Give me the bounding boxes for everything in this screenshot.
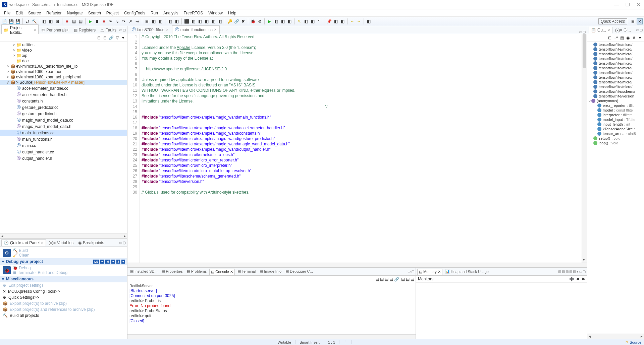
menu-source[interactable]: Source	[25, 10, 44, 16]
tree-item[interactable]: ⓒmain_functions.cc	[0, 130, 127, 136]
build-icon[interactable]: 🔨	[31, 18, 37, 24]
tool-icon[interactable]: ▤	[566, 270, 569, 273]
outline-include[interactable]: tensorflow/lite/micro/	[587, 75, 644, 80]
bottom-tab[interactable]: ▤ Properties	[160, 269, 184, 274]
editor-h-scrollbar[interactable]	[127, 263, 587, 267]
tool-icon[interactable]: ✖	[240, 18, 246, 24]
qs-config-tools[interactable]: ✕ MCUXpresso Config Tools>>	[0, 288, 127, 294]
outline-method[interactable]: loop() : void	[587, 141, 644, 145]
sort-icon[interactable]: ↓ᴬ	[613, 35, 619, 41]
vertical-scrollbar[interactable]	[582, 34, 587, 263]
minimize-view-icon[interactable]: ▭	[119, 28, 122, 32]
outline-h-scrollbar[interactable]	[587, 334, 644, 339]
close-icon[interactable]: ✕	[607, 28, 610, 32]
step-out-icon[interactable]: ↗	[127, 18, 133, 24]
outline-include[interactable]: tensorflow/lite/micro/	[587, 47, 644, 52]
tool-icon[interactable]: ▤	[71, 18, 77, 24]
tab-peripherals[interactable]: ⚙ Peripherals+	[39, 27, 71, 33]
gear-icon[interactable]: ⚙	[257, 18, 263, 24]
tool-icon[interactable]: ◧	[174, 18, 180, 24]
menu-search[interactable]: Search	[86, 10, 104, 16]
tree-item[interactable]: ⓗgesture_predictor.h	[0, 111, 127, 117]
minimize-view-icon[interactable]: ▭	[579, 270, 582, 273]
tree-item[interactable]: ⓗoutput_handler.h	[0, 155, 127, 161]
tool-icon[interactable]: ▤	[573, 270, 576, 273]
minimize-view-icon[interactable]: ▭	[636, 28, 639, 32]
stop-icon[interactable]: ■	[64, 18, 70, 24]
tool-icon[interactable]: ▤	[558, 270, 561, 273]
resume-icon[interactable]: ▶	[87, 18, 93, 24]
bottom-tab[interactable]: ▤ Console ✕	[209, 269, 234, 275]
menu-edit[interactable]: Edit	[13, 10, 25, 16]
save-icon[interactable]: 💾	[8, 18, 14, 24]
maximize-button[interactable]: ❐	[624, 2, 631, 7]
step-icon[interactable]: ⇥	[134, 18, 140, 24]
tool-icon[interactable]: #	[631, 35, 637, 41]
maximize-view-icon[interactable]: ▢	[123, 28, 126, 32]
editor-tab[interactable]: ⓒ main_functions.cc ✕	[172, 25, 220, 34]
tool-icon[interactable]: ¶	[316, 18, 322, 24]
tree-item[interactable]: >📁utilities	[0, 42, 127, 48]
outline-include[interactable]: tensorflow/lite/micro/	[587, 70, 644, 75]
link-icon[interactable]: 🔗	[233, 18, 239, 24]
code-area[interactable]: /* Copyright 2019 The TensorFlow Authors…	[140, 34, 582, 263]
tool-icon[interactable]: ◧	[167, 18, 173, 24]
tab-variables[interactable]: (x)= Variables	[47, 240, 75, 246]
minimize-view-icon[interactable]: ▭	[579, 30, 582, 34]
tab-heap[interactable]: 📊 Heap and Stack Usage	[444, 269, 490, 274]
outline-field[interactable]: model : const tflite	[587, 108, 644, 113]
outline-include[interactable]: tensorflow/lite/micro/	[587, 80, 644, 84]
forward-icon[interactable]: →	[356, 18, 362, 24]
pin-icon[interactable]: 📌	[326, 18, 332, 24]
tab-quickstart[interactable]: 🕐 Quickstart Panel ✕	[1, 239, 46, 246]
menu-navigate[interactable]: Navigate	[64, 10, 85, 16]
outline-method[interactable]: setup() : void	[587, 136, 644, 141]
tree-item[interactable]: 📁doc	[0, 58, 127, 64]
outline-include[interactable]: tensorflow/lite/version	[587, 94, 644, 98]
tool-icon[interactable]: ▤	[569, 270, 572, 273]
tree-item[interactable]: >📦evkmimxrt1060_tensorflow_lite_lib	[0, 64, 127, 69]
tool-icon[interactable]: ◧	[217, 18, 223, 24]
menu-icon[interactable]: ▾	[637, 35, 643, 41]
bottom-tab[interactable]: ▤ Debugger C...	[284, 269, 314, 274]
tool-icon[interactable]: ◧	[286, 18, 292, 24]
debug-icon[interactable]: 🐞	[250, 18, 256, 24]
tool-icon[interactable]: ◧	[333, 18, 339, 24]
qs-export-refs-zip[interactable]: 📦 Export project(s) and references to ar…	[0, 306, 127, 313]
tree-item[interactable]: ⓒmagic_wand_model_data.cc	[0, 117, 127, 123]
tool-icon[interactable]: ◉	[625, 35, 631, 41]
outline-include[interactable]: tensorflow/lite/micro/	[587, 42, 644, 47]
tab-global[interactable]: (x)= Gl...	[613, 27, 633, 33]
tree-item[interactable]: ⓒaccelerometer_handler.cc	[0, 85, 127, 91]
tool-icon[interactable]: ▤	[77, 18, 84, 24]
tool-icon[interactable]: ⊟	[96, 35, 102, 41]
tool-icon[interactable]: ◧	[157, 18, 163, 24]
outline-body[interactable]: tensorflow/lite/micro/tensorflow/lite/mi…	[587, 42, 644, 334]
save-all-icon[interactable]: 💾	[15, 18, 21, 24]
bottom-tab[interactable]: ▤ Terminal	[236, 269, 257, 274]
disconnect-icon[interactable]: ⚮	[107, 18, 113, 24]
tree-item[interactable]: >📦evkmimxrt1060_xbar_aoi_peripheral	[0, 74, 127, 80]
tab-faults[interactable]: ⚠ Faults	[98, 27, 118, 33]
menu-project[interactable]: Project	[104, 10, 121, 16]
remove-icon[interactable]: ✖	[576, 277, 580, 281]
outline-include[interactable]: tensorflow/lite/micro/	[587, 52, 644, 56]
menu-freertos[interactable]: FreeRTOS	[181, 10, 206, 16]
tree-item[interactable]: ⓒoutput_handler.cc	[0, 149, 127, 155]
menu-refactor[interactable]: Refactor	[44, 10, 64, 16]
menu-icon[interactable]: ▾	[577, 270, 578, 273]
tool-icon[interactable]: ◧	[280, 18, 286, 24]
tool-icon[interactable]: ▤	[385, 277, 388, 282]
tool-icon[interactable]: ◧	[210, 18, 216, 24]
tool-icon[interactable]: ◧	[366, 18, 372, 24]
outline-field[interactable]: interpreter : tflite::	[587, 113, 644, 117]
tree-item[interactable]: >📦evkmimxrt1060_xbar_aoi	[0, 69, 127, 74]
tab-outline[interactable]: 📋 Ou... ✕	[589, 27, 612, 33]
tool-icon[interactable]: ⊟	[607, 35, 612, 41]
close-icon[interactable]: ✕	[41, 241, 44, 245]
close-icon[interactable]: ✕	[34, 28, 36, 32]
outline-include[interactable]: tensorflow/lite/micro/	[587, 66, 644, 70]
tree-item[interactable]: >📁xip	[0, 53, 127, 58]
menu-configtools[interactable]: ConfigTools	[121, 10, 148, 16]
tab-registers[interactable]: ▤ Registers	[72, 27, 98, 33]
